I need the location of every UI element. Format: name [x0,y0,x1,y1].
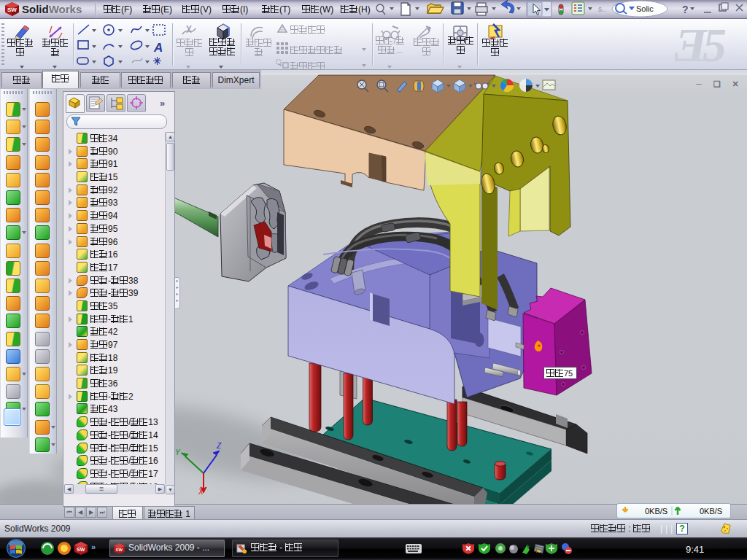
svg-text:X: X [198,488,204,496]
svg-text:Solic: Solic [636,4,654,13]
svg-text:SW: SW [116,548,123,552]
svg-text:0KB/S: 0KB/S [700,507,722,516]
svg-text:?: ? [682,4,689,15]
svg-text:A: A [153,41,163,55]
svg-text:Z: Z [216,442,222,450]
svg-text:SW: SW [7,7,17,13]
svg-text:»: » [91,542,96,551]
svg-text:!: ! [535,548,538,554]
svg-text:0KB/S: 0KB/S [645,507,667,516]
svg-text:s..: s.. [598,5,606,13]
svg-text:SW: SW [77,547,85,552]
